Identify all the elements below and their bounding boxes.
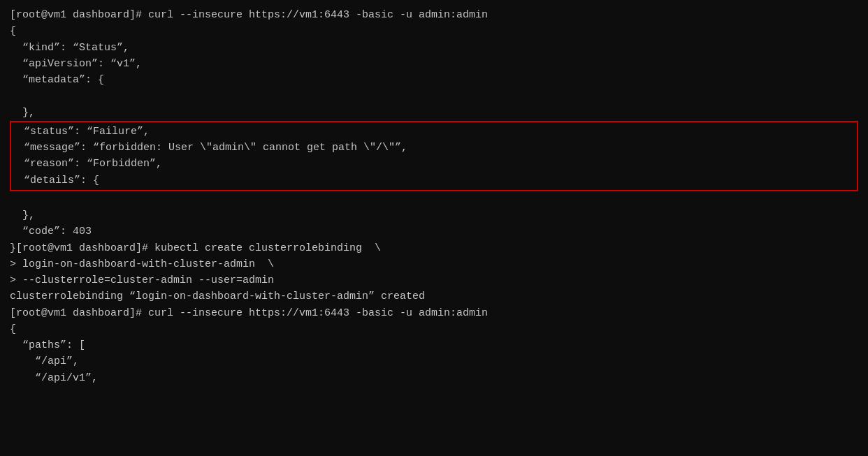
highlighted-line: “message”: “forbidden: User \"admin\" ca… [11, 140, 857, 156]
terminal-line: }, [10, 207, 858, 223]
highlighted-line: “reason”: “Forbidden”, [11, 156, 857, 172]
terminal-line: “paths”: [ [10, 337, 858, 353]
highlighted-line: “details”: { [11, 172, 857, 189]
terminal-line: }[root@vm1 dashboard]# kubectl create cl… [10, 240, 858, 256]
terminal-window: [root@vm1 dashboard]# curl --insecure ht… [0, 0, 868, 456]
terminal-line: “apiVersion”: “v1”, [10, 56, 858, 72]
terminal-line: > login-on-dashboard-with-cluster-admin … [10, 256, 858, 272]
terminal-line: clusterrolebinding “login-on-dashboard-w… [10, 288, 858, 304]
terminal-line: “/api/v1”, [10, 370, 858, 386]
terminal-line: [root@vm1 dashboard]# curl --insecure ht… [10, 7, 858, 23]
terminal-line: “/api”, [10, 353, 858, 369]
empty-line [10, 191, 858, 207]
terminal-line: [root@vm1 dashboard]# curl --insecure ht… [10, 305, 858, 321]
empty-line [10, 88, 858, 104]
terminal-line: “kind”: “Status”, [10, 40, 858, 56]
terminal-line: { [10, 321, 858, 337]
highlighted-line: “status”: “Failure”, [11, 124, 857, 140]
terminal-line: { [10, 23, 858, 39]
terminal-line: “metadata”: { [10, 72, 858, 88]
terminal-line: “code”: 403 [10, 223, 858, 240]
terminal-line: }, [10, 105, 858, 121]
terminal-line: > --clusterrole=cluster-admin --user=adm… [10, 272, 858, 288]
highlighted-block: “status”: “Failure”, “message”: “forbidd… [10, 121, 858, 191]
